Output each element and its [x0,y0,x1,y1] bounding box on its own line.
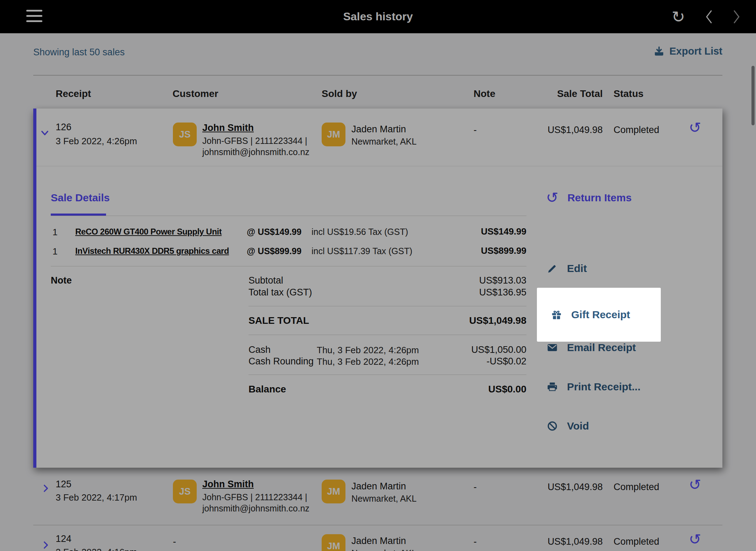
spotlight-highlight: Gift Receipt [537,288,661,342]
gift-receipt-button[interactable]: Gift Receipt [551,309,630,321]
dim-overlay [0,0,756,551]
gift-receipt-label: Gift Receipt [571,309,630,321]
sales-history-page: Sales history ↻ Showing last 50 sales Ex… [0,0,756,551]
gift-icon [551,309,562,320]
